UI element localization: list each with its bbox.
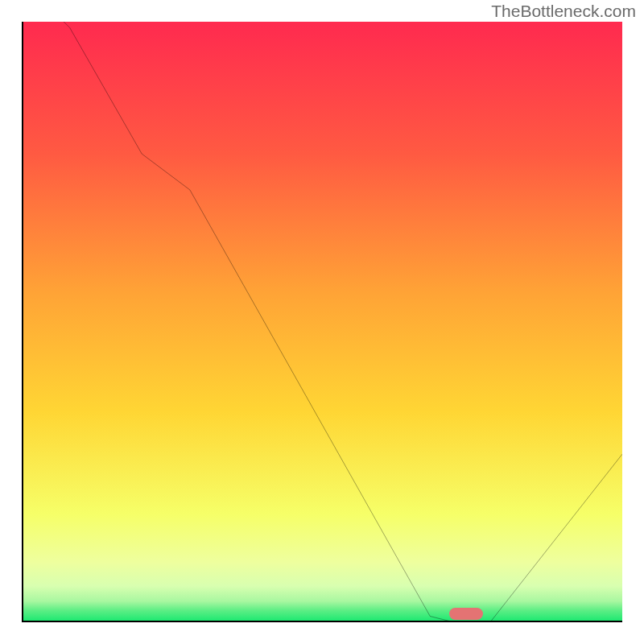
optimal-marker: [449, 608, 483, 620]
chart-plot-area: [22, 22, 622, 622]
watermark-label: TheBottleneck.com: [491, 2, 636, 21]
bottleneck-curve: [22, 22, 622, 622]
